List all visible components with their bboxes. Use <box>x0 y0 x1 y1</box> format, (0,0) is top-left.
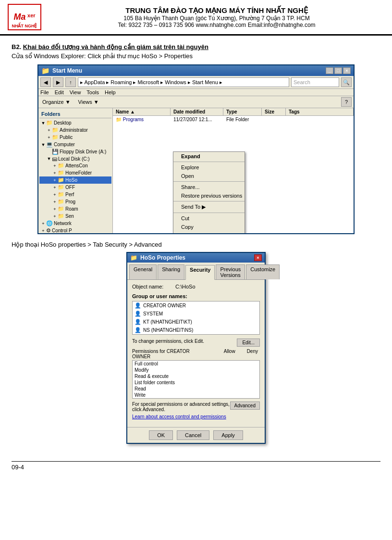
maximize-button[interactable]: □ <box>334 67 342 74</box>
hoso-properties-dialog: 📁 HoSo Properties × General Sharing Secu… <box>126 252 266 444</box>
user-system[interactable]: 👤 SYSTEM <box>133 310 259 318</box>
user-creator-owner[interactable]: 👤 CREATOR OWNER <box>133 301 259 310</box>
object-name-label: Object name: <box>132 284 175 289</box>
perm-header: Permissions for CREATOR OWNER Allow Deny <box>132 349 260 359</box>
search-button[interactable]: 🔍 <box>341 77 352 87</box>
advanced-button[interactable]: Advanced <box>230 402 260 410</box>
help-button[interactable]: ? <box>341 97 352 107</box>
dialog-close-button[interactable]: × <box>254 254 262 261</box>
menu-help[interactable]: Help <box>105 89 116 95</box>
menu-file[interactable]: File <box>40 89 49 95</box>
perm-listfolder[interactable]: List folder contents <box>133 379 259 386</box>
col-tags[interactable]: Tags <box>286 108 354 115</box>
file-name-programs[interactable]: 📁 Programs <box>116 117 173 122</box>
tab-previous-versions[interactable]: Previous Versions <box>216 264 245 279</box>
menu-edit[interactable]: Edit <box>55 89 64 95</box>
forward-button[interactable]: ▶ <box>53 77 63 87</box>
col-size[interactable]: Size <box>262 108 286 115</box>
edit-button[interactable]: Edit... <box>237 339 260 347</box>
close-button[interactable]: × <box>343 67 351 74</box>
tree-computer[interactable]: ▼ 💻Computer <box>39 141 111 148</box>
ctx-share[interactable]: Share... <box>173 183 245 191</box>
sidebar-panel: Folders ▼ 📁Desktop + 📁Administrator + 📁P… <box>38 108 113 233</box>
tab-customize[interactable]: Customize <box>246 264 280 279</box>
menu-tools[interactable]: Tools <box>86 89 99 95</box>
ctx-copy[interactable]: Copy <box>173 223 245 231</box>
ctx-restore[interactable]: Restore previous versions <box>173 191 245 200</box>
organize-button[interactable]: Organize ▼ <box>40 99 73 105</box>
tab-security[interactable]: Security <box>185 265 215 280</box>
step-description: Hộp thoại HoSo properties > Tab Security… <box>12 241 380 248</box>
dialog-body: Object name: C:\HoSo Group or user names… <box>127 280 265 427</box>
ctx-sep-2 <box>173 181 245 182</box>
advanced-section: Advanced For special permissions or adva… <box>132 402 260 414</box>
ctx-open[interactable]: Open <box>173 172 245 180</box>
perm-write[interactable]: Write <box>133 392 259 398</box>
tree-public[interactable]: + 📁Public <box>39 134 111 141</box>
views-button[interactable]: Views ▼ <box>76 99 101 105</box>
tab-general[interactable]: General <box>129 264 157 279</box>
user-kt[interactable]: 👤 KT (NHATNGHEIT\KT) <box>133 318 259 326</box>
titlebar-controls[interactable]: _ □ × <box>326 67 351 74</box>
perm-read[interactable]: Read <box>133 386 259 392</box>
tree-network[interactable]: + 🌐Network <box>39 220 111 227</box>
perm-fullcontrol[interactable]: Full control <box>133 361 259 367</box>
logo: Ma xer NHẤT NGHỆ <box>8 4 41 30</box>
tree-sen[interactable]: + 📁Sen <box>39 213 111 220</box>
search-placeholder: Search <box>294 79 310 85</box>
user-name-system: SYSTEM <box>143 311 163 316</box>
ctx-explore[interactable]: Explore <box>173 163 245 172</box>
ctx-cut[interactable]: Cut <box>173 214 245 223</box>
perm-modify[interactable]: Modify <box>133 367 259 373</box>
search-box[interactable]: Search <box>291 77 339 87</box>
col-name[interactable]: Name ▲ <box>113 108 171 115</box>
dialog-wrapper: 📁 HoSo Properties × General Sharing Secu… <box>12 252 380 444</box>
header-title: TRUNG TÂM ĐÀO TẠO MẠNG MÁY TÍNH NHẤT NGH… <box>49 6 384 15</box>
files-header: Name ▲ Date modified Type Size Tags <box>113 108 354 116</box>
tree-off[interactable]: + 📁OFF <box>39 184 111 191</box>
menu-view[interactable]: View <box>70 89 81 95</box>
file-row-programs[interactable]: 📁 Programs 11/27/2007 12:1... File Folde… <box>113 116 354 123</box>
up-button[interactable]: ↑ <box>65 77 76 87</box>
ctx-sendto[interactable]: Send To ▶ <box>173 202 245 212</box>
tab-sharing[interactable]: Sharing <box>158 264 184 279</box>
explorer-title-icon: 📁 <box>41 67 49 75</box>
back-button[interactable]: ◀ <box>40 77 51 87</box>
user-list-box: 👤 CREATOR OWNER 👤 SYSTEM 👤 KT (NHATNGHEI… <box>132 301 260 335</box>
cancel-button[interactable]: Cancel <box>177 430 209 440</box>
ok-button[interactable]: OK <box>149 430 173 440</box>
explorer-navbar: ◀ ▶ ↑ ▸ AppData ▸ Roaming ▸ Microsoft ▸ … <box>38 76 354 89</box>
edit-section: Edit... To change permissions, click Edi… <box>132 339 260 349</box>
learn-link[interactable]: Learn about access control and permissio… <box>132 414 260 419</box>
user-ns[interactable]: 👤 NS (NHATNGHEIT\NS) <box>133 326 259 334</box>
minimize-button[interactable]: _ <box>326 67 333 74</box>
tree-roam[interactable]: + 📁Roam <box>39 205 111 213</box>
tree-prog[interactable]: + 📁Prog <box>39 198 111 205</box>
object-name-value: C:\HoSo <box>175 284 196 289</box>
tree-perf[interactable]: + 📁Perf <box>39 191 111 198</box>
ctx-expand[interactable]: Expand <box>173 152 245 161</box>
perm-columns: Allow Deny <box>224 349 258 359</box>
header-address: 105 Bà Huyện Thanh Quan (góc Tú Xương), … <box>49 15 384 22</box>
allow-header: Allow <box>224 349 235 359</box>
context-menu: Expand Explore Open Share... Restore pre… <box>173 151 245 233</box>
ctx-paste[interactable]: Paste <box>173 231 245 233</box>
tree-controlp[interactable]: + ⚙Control P <box>39 227 111 233</box>
col-modified[interactable]: Date modified <box>171 108 223 115</box>
tree-desktop[interactable]: ▼ 📁Desktop <box>39 119 111 126</box>
user-icon-system: 👤 <box>135 311 141 317</box>
apply-button[interactable]: Apply <box>213 430 243 440</box>
tree-attenscon[interactable]: + 📁AttensCon <box>39 162 111 169</box>
user-icon-creator: 👤 <box>135 302 141 309</box>
tree-hoso[interactable]: + 📁HoSo <box>39 176 111 184</box>
col-type[interactable]: Type <box>223 108 262 115</box>
object-name-field: Object name: C:\HoSo <box>132 284 260 289</box>
tree-floppy[interactable]: 💾Floppy Disk Drive (A:) <box>39 148 111 155</box>
explorer-window: 📁 Start Menu _ □ × ◀ ▶ ↑ ▸ AppData ▸ Roa… <box>37 64 355 234</box>
tree-homefolder[interactable]: + 📁HomeFolder <box>39 169 111 176</box>
perm-readexecute[interactable]: Read & execute <box>133 373 259 379</box>
tree-localdisk[interactable]: ▼ 🖴Local Disk (C:) <box>39 155 111 162</box>
tree-administrator[interactable]: + 📁Administrator <box>39 126 111 134</box>
group-users-label: Group or user names: <box>132 293 260 299</box>
address-bar[interactable]: ▸ AppData ▸ Roaming ▸ Microsoft ▸ Window… <box>78 77 289 87</box>
